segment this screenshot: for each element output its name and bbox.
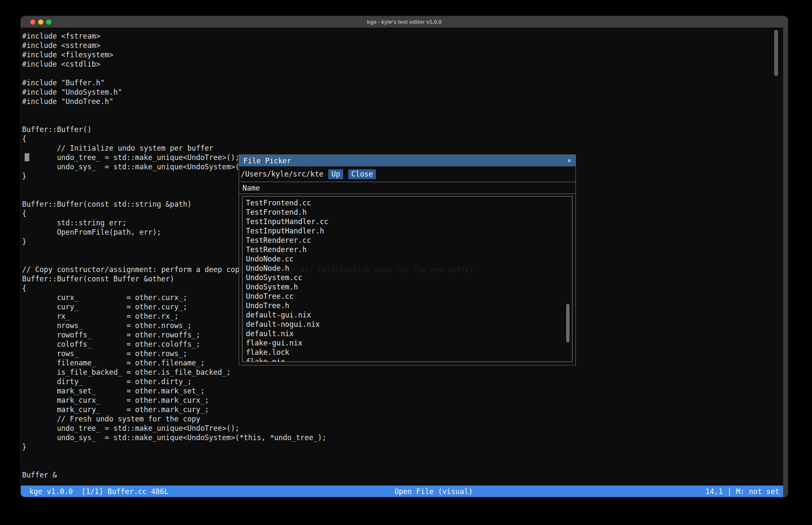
- file-list-item[interactable]: TestInputHandler.cc: [246, 217, 572, 226]
- up-button[interactable]: Up: [328, 169, 343, 179]
- status-cursor-position: 14,1 | M: not set: [705, 486, 779, 497]
- file-picker-path-row: /Users/kyle/src/kte Up Close: [239, 166, 575, 182]
- file-list-item[interactable]: TestRenderer.h: [246, 245, 572, 254]
- close-button[interactable]: Close: [348, 169, 376, 179]
- window-title: kge - kyle's text editor v1.0.0: [367, 19, 442, 25]
- file-list-item[interactable]: UndoNode.h: [246, 264, 572, 273]
- traffic-lights: [30, 20, 51, 25]
- window-titlebar: kge - kyle's text editor v1.0.0: [21, 16, 788, 28]
- editor-window: #include <fstream> #include <sstream> #i…: [20, 16, 788, 497]
- minimize-window-icon[interactable]: [38, 20, 43, 25]
- file-picker-title: File Picker: [243, 157, 291, 165]
- file-list-item[interactable]: flake.nix: [246, 357, 572, 362]
- window-right-edge: [783, 28, 788, 497]
- file-list-item[interactable]: UndoSystem.h: [246, 282, 572, 292]
- file-list-item[interactable]: UndoNode.cc: [246, 254, 572, 264]
- status-version-file: kge v1.0.0 [1/1] Buffer.cc 486L: [29, 486, 169, 497]
- file-list-scrollbar-thumb[interactable]: [566, 304, 570, 343]
- file-list-item[interactable]: TestInputHandler.h: [246, 226, 572, 236]
- file-list-item[interactable]: UndoTree.cc: [246, 292, 572, 301]
- file-list-item[interactable]: TestFrontend.h: [246, 208, 572, 217]
- name-column-header: Name: [242, 184, 260, 192]
- file-list-item[interactable]: default-nogui.nix: [246, 320, 572, 329]
- editor-scrollbar-thumb[interactable]: [774, 30, 778, 76]
- file-list-item[interactable]: flake.lock: [246, 348, 572, 357]
- current-path: /Users/kyle/src/kte: [241, 170, 323, 178]
- file-list-item[interactable]: default.nix: [246, 329, 572, 338]
- file-list-item[interactable]: default-gui.nix: [246, 310, 572, 320]
- file-list-item[interactable]: TestFrontend.cc: [246, 198, 572, 208]
- text-cursor: [25, 153, 29, 161]
- status-bar: kge v1.0.0 [1/1] Buffer.cc 486L Open Fil…: [21, 485, 788, 497]
- file-picker-dialog: File Picker ✕ /Users/kyle/src/kte Up Clo…: [239, 154, 576, 365]
- file-list-item[interactable]: UndoSystem.cc: [246, 273, 572, 282]
- file-picker-titlebar: File Picker ✕: [239, 155, 575, 166]
- close-icon[interactable]: ✕: [567, 155, 571, 166]
- column-header-row: Name: [239, 182, 575, 194]
- file-list-item[interactable]: TestRenderer.cc: [246, 236, 572, 245]
- file-list-item[interactable]: flake-gui.nix: [246, 338, 572, 348]
- status-mode: Open File (visual): [395, 486, 473, 497]
- zoom-window-icon[interactable]: [46, 20, 51, 25]
- file-list-item[interactable]: UndoTree.h: [246, 301, 572, 310]
- close-window-icon[interactable]: [30, 20, 35, 25]
- file-list: TestFrontend.cc TestFrontend.h TestInput…: [242, 196, 572, 362]
